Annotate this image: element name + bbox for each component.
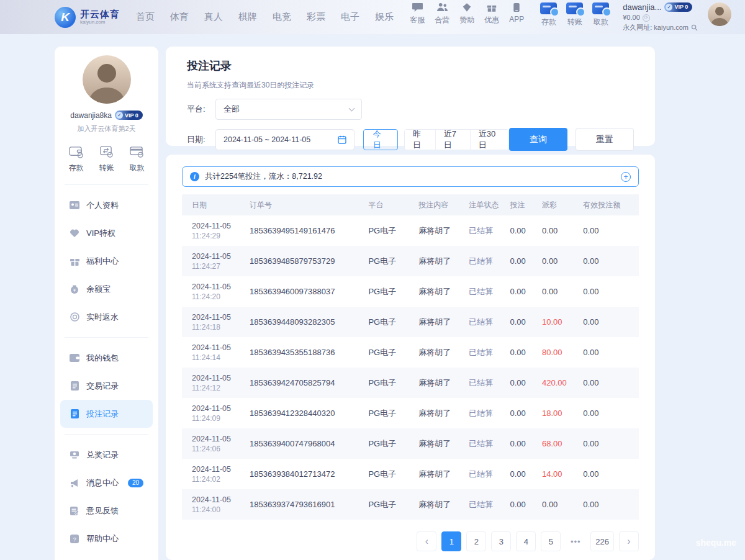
deposit-button[interactable]: 存款	[540, 2, 557, 27]
sidebar-item-prize-records[interactable]: 兑奖记录	[60, 441, 153, 469]
nav-slots[interactable]: 电子	[341, 11, 359, 23]
cell-platform: PG电子	[364, 337, 415, 368]
withdraw-button[interactable]: 取款	[592, 2, 609, 27]
cell-bet-amount: 0.00	[507, 428, 539, 459]
cell-order-number: 1853639400747968004	[246, 428, 364, 459]
query-button[interactable]: 查询	[509, 128, 567, 151]
cell-platform: PG电子	[364, 215, 415, 246]
nav-esports[interactable]: 电竞	[273, 11, 291, 23]
refresh-balance-icon[interactable]: ⟳	[643, 14, 650, 22]
user-avatar[interactable]	[708, 2, 731, 26]
cell-date: 2024-11-05 11:24:00	[182, 489, 246, 520]
nav-home[interactable]: 首页	[136, 11, 155, 23]
sidebar-item-feedback[interactable]: 意见反馈	[60, 497, 153, 525]
sidebar-item-messages[interactable]: 消息中心 20	[60, 469, 153, 497]
deposit-wallet-icon	[68, 145, 84, 158]
page-button-5[interactable]: 5	[541, 531, 561, 551]
table-row[interactable]: 2024-11-05 11:24:02 1853639384012713472 …	[182, 459, 639, 489]
table-row[interactable]: 2024-11-05 11:24:18 1853639448093282305 …	[182, 307, 639, 337]
brand-name: 开云体育	[80, 9, 120, 20]
table-row[interactable]: 2024-11-05 11:24:09 1853639412328440320 …	[182, 398, 639, 428]
sidebar-item-help[interactable]: ? 帮助中心	[60, 525, 153, 553]
cell-bet-amount: 0.00	[507, 368, 539, 398]
top-header: K 开云体育 kaiyun.com 首页 体育 真人 棋牌 电竞 彩票 电子 娱…	[0, 0, 745, 34]
sidebar-item-welfare[interactable]: 福利中心	[60, 247, 153, 275]
quick-date-7days[interactable]: 近7日	[435, 130, 470, 150]
cell-status: 已结算	[465, 489, 506, 520]
page-button-226[interactable]: 226	[590, 531, 614, 551]
vip-check-icon: ✓	[666, 4, 672, 11]
page-button-1[interactable]: 1	[441, 531, 461, 551]
cell-payout: 10.00	[538, 307, 579, 337]
help-icon: ?	[70, 534, 79, 544]
cell-status: 已结算	[465, 428, 506, 459]
nav-entertainment[interactable]: 娱乐	[375, 11, 394, 23]
nav-sports[interactable]: 体育	[170, 11, 189, 23]
cell-order-number: 1853639448093282305	[246, 307, 364, 337]
app-download-button[interactable]: APP	[509, 2, 524, 24]
reset-button[interactable]: 重置	[576, 128, 634, 151]
cell-bet-amount: 0.00	[507, 276, 539, 307]
table-row[interactable]: 2024-11-05 11:24:14 1853639435355188736 …	[182, 337, 639, 368]
quick-date-30days[interactable]: 近30日	[470, 130, 508, 150]
person-icon	[83, 55, 131, 104]
nav-board-games[interactable]: 棋牌	[238, 11, 257, 23]
platform-select[interactable]: 全部	[215, 99, 362, 120]
cell-bet-content: 麻将胡了	[415, 276, 465, 307]
cell-order-number: 1853639374793616901	[246, 489, 364, 520]
filters-card: 投注记录 当前系统支持查询最近30日的投注记录 平台: 全部 日期: 2024-…	[166, 47, 655, 146]
sidebar-item-wallet[interactable]: 我的钱包	[60, 344, 153, 372]
table-row[interactable]: 2024-11-05 11:24:29 1853639495149161476 …	[182, 215, 639, 246]
page-button-2[interactable]: 2	[466, 531, 486, 551]
cell-valid-amount: 0.00	[579, 428, 639, 459]
transfer-icon	[99, 145, 114, 158]
partnership-button[interactable]: 合营	[435, 2, 449, 25]
sidebar-deposit-button[interactable]: 存款	[68, 145, 84, 173]
profile-avatar[interactable]	[83, 55, 131, 104]
col-platform: 平台	[364, 194, 415, 215]
quick-date-today[interactable]: 今日	[363, 129, 398, 150]
cell-date: 2024-11-05 11:24:09	[182, 398, 246, 428]
page-button-3[interactable]: 3	[491, 531, 511, 551]
quick-date-yesterday[interactable]: 昨日	[405, 130, 435, 150]
sponsor-button[interactable]: 赞助	[459, 2, 474, 25]
table-row[interactable]: 2024-11-05 11:24:20 1853639460097388037 …	[182, 276, 639, 307]
cell-bet-content: 麻将胡了	[415, 459, 465, 489]
date-range-input[interactable]: 2024-11-05 ~ 2024-11-05	[215, 129, 354, 150]
sidebar-item-rebate[interactable]: 实时返水	[60, 303, 153, 331]
customer-service-button[interactable]: 客服	[410, 2, 425, 25]
platform-label: 平台:	[187, 104, 215, 115]
promotions-button[interactable]: 优惠	[484, 2, 499, 25]
nav-lottery[interactable]: 彩票	[307, 11, 325, 23]
table-row[interactable]: 2024-11-05 11:24:27 1853639485879753729 …	[182, 246, 639, 276]
sidebar-item-profile[interactable]: 个人资料	[60, 191, 153, 219]
bet-records-table: 日期 订单号 平台 投注内容 注单状态 投注 派彩 有效投注额 2024-11-…	[182, 194, 639, 520]
svg-text:?: ?	[73, 536, 76, 542]
sidebar-item-bet-records[interactable]: 投注记录	[60, 400, 153, 428]
pagination-next-button[interactable]: ›	[619, 531, 639, 551]
nav-live[interactable]: 真人	[204, 11, 223, 23]
gift-icon	[486, 2, 497, 12]
page-button-4[interactable]: 4	[516, 531, 536, 551]
bet-table-body: 2024-11-05 11:24:29 1853639495149161476 …	[182, 215, 639, 520]
sidebar-transfer-button[interactable]: 转账	[99, 145, 114, 173]
table-row[interactable]: 2024-11-05 11:24:00 1853639374793616901 …	[182, 489, 639, 520]
expand-icon[interactable]: +	[621, 172, 631, 182]
sidebar-item-transactions[interactable]: 交易记录	[60, 372, 153, 400]
transfer-button[interactable]: 转账	[566, 2, 583, 27]
pagination-prev-button[interactable]: ‹	[417, 531, 436, 551]
table-row[interactable]: 2024-11-05 11:24:12 1853639424705825794 …	[182, 368, 639, 398]
id-card-icon	[70, 201, 79, 210]
brand-logo[interactable]: K 开云体育 kaiyun.com	[55, 7, 120, 28]
table-row[interactable]: 2024-11-05 11:24:06 1853639400747968004 …	[182, 428, 639, 459]
sidebar-item-yuebao[interactable]: ¥ 余额宝	[60, 275, 153, 303]
user-name[interactable]: dawanjia...	[623, 2, 661, 12]
cell-payout: 0.00	[538, 215, 579, 246]
page-subtitle: 当前系统支持查询最近30日的投注记录	[187, 80, 634, 91]
sidebar-item-vip[interactable]: VIP特权	[60, 219, 153, 247]
pagination-ellipsis: •••	[566, 531, 585, 551]
sidebar-withdraw-button[interactable]: 取款	[129, 145, 145, 173]
cell-bet-amount: 0.00	[507, 398, 539, 428]
feedback-icon	[70, 506, 79, 516]
search-icon[interactable]	[691, 24, 698, 31]
